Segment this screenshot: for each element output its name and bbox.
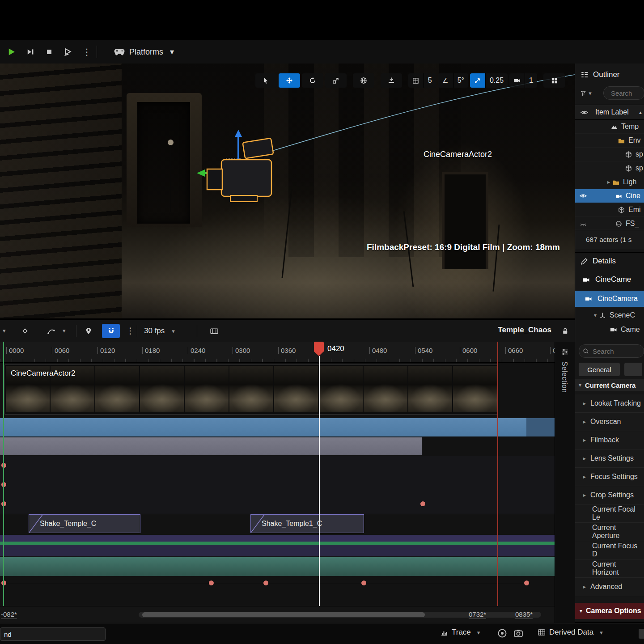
section-label[interactable]: Crop Settings: [590, 491, 634, 499]
subsequence-section-bar[interactable]: [0, 437, 422, 455]
folder-section-band[interactable]: [0, 545, 555, 556]
tree-item-label[interactable]: sp: [636, 164, 643, 172]
toolbar-chevron-icon[interactable]: ▾: [3, 327, 6, 334]
playback-end-line[interactable]: [497, 342, 498, 610]
outliner-row-mesh[interactable]: sp: [575, 148, 644, 161]
scale-snap-control[interactable]: 0.25: [470, 73, 508, 88]
expand-arrow-icon[interactable]: ▾: [594, 312, 597, 318]
outliner-row-level[interactable]: Temp: [575, 120, 644, 134]
section-crop-settings[interactable]: ▸ Crop Settings: [575, 486, 644, 504]
collapse-arrow-icon[interactable]: ▾: [579, 382, 581, 388]
insights-button[interactable]: [496, 627, 508, 639]
tree-item-label[interactable]: Env: [628, 136, 641, 144]
scale-snap-value[interactable]: 0.25: [485, 73, 508, 88]
collapse-arrow-icon[interactable]: ▾: [580, 608, 582, 614]
snap-options-kebab-icon[interactable]: ⋮: [126, 326, 135, 336]
snapping-toggle-button[interactable]: [102, 324, 120, 338]
filter-chevron-icon[interactable]: ▾: [589, 90, 592, 97]
keyframe-dot[interactable]: [420, 501, 425, 506]
keyframe-dot[interactable]: [361, 580, 366, 585]
section-label[interactable]: Filmback: [590, 436, 619, 444]
cine-camera-actor[interactable]: [207, 138, 273, 202]
trace-dropdown[interactable]: Trace ▾: [441, 628, 480, 637]
tree-item-label[interactable]: Cine: [626, 192, 640, 200]
range-start-field[interactable]: -082*: [1, 610, 17, 619]
details-search-input[interactable]: [592, 347, 629, 356]
rotate-tool-button[interactable]: [302, 73, 323, 88]
keyframe-dot[interactable]: [263, 580, 268, 585]
play-from-here-button[interactable]: [59, 43, 77, 60]
camera-shake-clip[interactable]: Shake_Temple_C: [29, 514, 140, 533]
keyframe-track-row[interactable]: [0, 495, 555, 514]
add-keyframe-button[interactable]: [17, 324, 33, 338]
level-viewport[interactable]: CineCameraActor2 FilmbackPreset: 16:9 Di…: [0, 64, 575, 318]
platforms-dropdown[interactable]: Platforms ▾: [109, 43, 178, 60]
gizmo-x-arrowhead[interactable]: [197, 169, 205, 177]
folder-section-band[interactable]: [0, 535, 555, 542]
camera-cut-section-tail[interactable]: [526, 418, 555, 436]
tree-item-label[interactable]: sp: [636, 150, 643, 158]
gizmo-z-arrowhead[interactable]: [235, 130, 242, 137]
section-camera-options[interactable]: ▾ Camera Options: [575, 603, 644, 619]
property-current-aperture[interactable]: Current Aperture: [575, 523, 644, 541]
keyframe-track-row[interactable]: [0, 456, 555, 476]
expand-arrow-icon[interactable]: ▸: [583, 437, 586, 443]
world-coordinate-button[interactable]: [353, 73, 374, 88]
details-actor-row[interactable]: CineCame: [575, 272, 644, 287]
section-label[interactable]: Overscan: [590, 418, 621, 426]
section-lens-settings[interactable]: ▸ Lens Settings: [575, 449, 644, 468]
keyframe-track-row[interactable]: [0, 475, 555, 495]
sort-arrow-icon[interactable]: ▲: [638, 110, 643, 115]
outliner-search[interactable]: [603, 86, 644, 100]
outliner-row-folder[interactable]: Env: [575, 134, 644, 148]
expand-arrow-icon[interactable]: ▸: [583, 400, 586, 407]
playback-start-line[interactable]: [3, 342, 4, 609]
expand-arrow-icon[interactable]: ▸: [583, 492, 586, 498]
section-label[interactable]: Focus Settings: [590, 473, 638, 481]
viewport-layout-button[interactable]: [543, 73, 565, 88]
frame-skip-button[interactable]: [21, 43, 39, 60]
expand-arrow-icon[interactable]: ▸: [583, 474, 586, 480]
rotation-snap-value[interactable]: 5°: [453, 73, 468, 88]
details-actor-name[interactable]: CineCame: [595, 275, 631, 284]
selection-tab[interactable]: Selection: [560, 361, 568, 393]
outliner-row-mesh[interactable]: Emi: [575, 203, 644, 217]
section-filmback[interactable]: ▸ Filmback: [575, 431, 644, 449]
camera-speed-control[interactable]: 1: [509, 73, 537, 88]
section-advanced[interactable]: ▸ Advanced: [575, 578, 644, 596]
camera-options-label[interactable]: Camera Options: [586, 607, 641, 615]
outliner-row-mesh[interactable]: sp: [575, 161, 644, 175]
playhead-line[interactable]: [319, 356, 320, 607]
tree-item-label[interactable]: FS_: [626, 220, 639, 228]
play-button[interactable]: [3, 43, 21, 60]
item-label-header[interactable]: Item Label: [595, 108, 629, 116]
current-camera-label[interactable]: Current Camera: [585, 381, 636, 389]
details-component-row-selected[interactable]: CineCamera: [575, 291, 644, 307]
eye-icon[interactable]: [580, 109, 588, 116]
outliner-search-input[interactable]: [610, 89, 644, 97]
outliner-column-header[interactable]: Item Label ▲: [575, 105, 644, 120]
move-tool-button[interactable]: [279, 73, 300, 88]
surface-snapping-button[interactable]: [381, 73, 402, 88]
thumbnail-toggle-button[interactable]: [206, 324, 223, 338]
details-camera-component-row[interactable]: Came: [575, 323, 644, 336]
keyframe-dot[interactable]: [524, 580, 529, 585]
statusbar-partial-icon[interactable]: [639, 629, 644, 639]
audio-section-band[interactable]: [0, 557, 555, 576]
details-search[interactable]: [579, 344, 644, 358]
section-lookat-tracking[interactable]: ▸ Lookat Tracking: [575, 394, 644, 413]
section-overscan[interactable]: ▸ Overscan: [575, 413, 644, 431]
console-command-input[interactable]: [0, 627, 106, 641]
outliner-row-cinecamera-selected[interactable]: Cine: [575, 189, 644, 203]
outliner-row-folder[interactable]: ▸ Ligh: [575, 175, 644, 189]
tree-item-label[interactable]: Ligh: [623, 178, 636, 186]
playback-marker-button[interactable]: [81, 324, 96, 338]
select-tool-button[interactable]: [255, 73, 277, 88]
curve-chevron-icon[interactable]: ▾: [63, 327, 66, 334]
eye-closed-icon[interactable]: [580, 220, 587, 227]
scene-component-label[interactable]: SceneC: [610, 311, 635, 319]
tab-partial[interactable]: [624, 363, 642, 376]
expand-arrow-icon[interactable]: ▸: [583, 419, 586, 425]
tree-item-label[interactable]: Temp: [621, 123, 639, 131]
scale-tool-button[interactable]: [325, 73, 347, 88]
